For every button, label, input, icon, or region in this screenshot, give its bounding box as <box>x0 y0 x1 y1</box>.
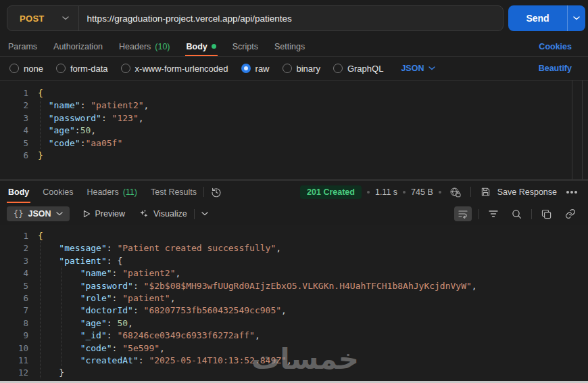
code-line: 5 "code":"aa05f" <box>8 137 588 150</box>
api-client-window: POST Send ParamsAuthorizationHeaders(10)… <box>0 0 588 383</box>
response-body-editor[interactable]: 1{2 "message": "Patient created successf… <box>0 225 588 382</box>
tab-params[interactable]: Params <box>8 37 37 56</box>
radio-icon <box>333 64 343 73</box>
divider <box>470 187 471 197</box>
wrap-text-icon[interactable] <box>454 206 472 221</box>
body-type-row: noneform-datax-www-form-urlencodedrawbin… <box>0 57 588 80</box>
radio-icon <box>283 64 292 73</box>
response-tabs: BodyCookiesHeaders(11)Test Results <box>8 181 197 203</box>
method-label: POST <box>20 14 45 24</box>
code-line: 12 } <box>8 367 588 379</box>
code-line: 4 "age":50, <box>8 125 588 137</box>
copy-icon[interactable] <box>539 207 554 221</box>
response-meta: 201 Created 1.11 s 745 B Save Response <box>300 185 579 200</box>
indent-guide <box>61 267 62 366</box>
url-bar: POST <box>7 5 504 31</box>
editor-scrollbar[interactable] <box>572 81 583 179</box>
response-time: 1.11 s <box>375 187 397 197</box>
indent-guide <box>40 99 41 149</box>
divider <box>479 209 479 219</box>
code-line: 9 "_id": "68246ce0349c6933f6272aff", <box>8 330 588 342</box>
code-line: 5 "password": "$2b$08$MH93wfUUgRd0AIjzEb… <box>8 280 588 292</box>
tab-body[interactable]: Body <box>8 181 29 203</box>
response-format-selector[interactable]: {} JSON <box>7 206 70 221</box>
format-label: JSON <box>28 209 51 219</box>
body-type-none[interactable]: none <box>9 64 43 74</box>
response-code: 1{2 "message": "Patient created successf… <box>8 230 588 380</box>
send-options-chevron-icon[interactable] <box>568 16 585 20</box>
response-size: 745 B <box>411 187 433 197</box>
url-input[interactable] <box>79 14 503 24</box>
send-button[interactable]: Send <box>508 5 585 31</box>
body-type-form-data[interactable]: form-data <box>56 64 108 74</box>
preview-button[interactable]: Preview <box>83 209 125 219</box>
request-tabs: ParamsAuthorizationHeaders(10)BodyScript… <box>8 37 305 56</box>
search-icon[interactable] <box>509 207 524 221</box>
tab-body[interactable]: Body <box>187 37 216 56</box>
radio-icon <box>9 64 19 73</box>
unsaved-dot <box>212 44 216 49</box>
chevron-down-icon <box>428 66 435 70</box>
chevron-down-icon <box>56 212 63 216</box>
body-type-graphql[interactable]: GraphQL <box>333 64 383 74</box>
radio-icon <box>241 64 251 73</box>
code-line: 8 "age": 50, <box>8 317 588 330</box>
tab-test-results[interactable]: Test Results <box>151 181 197 203</box>
code-line: 2 "message": "Patient created successful… <box>8 242 588 254</box>
save-icon[interactable] <box>478 185 493 199</box>
body-type-options: noneform-datax-www-form-urlencodedrawbin… <box>9 64 383 74</box>
save-response-button[interactable]: Save Response <box>497 187 557 197</box>
filter-icon[interactable] <box>486 208 501 220</box>
network-globe-icon[interactable] <box>447 185 464 200</box>
dot-separator <box>403 191 406 194</box>
method-selector[interactable]: POST <box>7 6 78 30</box>
radio-icon <box>56 64 66 73</box>
response-toolbar: {} JSON Preview Visualize <box>0 203 588 225</box>
body-type-raw[interactable]: raw <box>241 64 270 74</box>
body-type-binary[interactable]: binary <box>283 64 320 74</box>
response-header: BodyCookiesHeaders(11)Test Results 201 C… <box>0 180 588 203</box>
play-outline-icon <box>83 210 91 218</box>
link-icon[interactable] <box>562 206 579 221</box>
code-line: 1{ <box>8 87 588 99</box>
code-line: 2 "name": "patient2", <box>8 99 588 112</box>
divider <box>203 187 204 197</box>
language-selector[interactable]: JSON <box>401 64 435 73</box>
braces-icon: {} <box>14 209 23 219</box>
code-line: 1{ <box>8 230 588 242</box>
beautify-link[interactable]: Beautify <box>539 64 572 73</box>
more-options-icon[interactable] <box>570 191 573 194</box>
radio-icon <box>121 64 130 73</box>
code-line: 3 "password": "123", <box>8 112 588 125</box>
cookies-link[interactable]: Cookies <box>539 42 572 51</box>
code-line: 10 "code": "5e599", <box>8 342 588 355</box>
history-icon[interactable] <box>211 187 222 198</box>
status-badge: 201 Created <box>300 185 362 199</box>
tab-headers[interactable]: Headers(10) <box>119 37 170 56</box>
request-tabs-row: ParamsAuthorizationHeaders(10)BodyScript… <box>0 37 588 57</box>
dot-separator <box>367 191 370 194</box>
tab-headers[interactable]: Headers(11) <box>87 181 137 203</box>
tab-scripts[interactable]: Scripts <box>232 37 258 56</box>
tab-authorization[interactable]: Authorization <box>53 37 103 56</box>
request-url-row: POST Send <box>0 0 588 37</box>
request-code: 1{2 "name": "patient2",3 "password": "12… <box>8 87 588 162</box>
divider <box>531 209 532 219</box>
body-type-x-www-form-urlencoded[interactable]: x-www-form-urlencoded <box>121 64 228 74</box>
indent-guide <box>40 242 41 378</box>
preview-label: Preview <box>95 209 125 219</box>
code-line: 7 "doctorId": "68207753fb560432549cc905"… <box>8 305 588 317</box>
visualize-button[interactable]: Visualize <box>139 209 187 219</box>
code-line: 6 "role": "patient", <box>8 292 588 305</box>
chevron-down-icon <box>62 16 69 20</box>
tab-settings[interactable]: Settings <box>274 37 305 56</box>
request-body-editor[interactable]: 1{2 "name": "patient2",3 "password": "12… <box>0 80 588 180</box>
dot-separator <box>439 191 441 194</box>
code-line: 3 "patient": { <box>8 255 588 267</box>
visualize-label: Visualize <box>153 209 187 219</box>
sparkle-icon <box>139 209 149 219</box>
chevron-down-icon[interactable] <box>201 212 208 216</box>
code-line: 6} <box>8 150 588 162</box>
code-line: 4 "name": "patient2", <box>8 267 588 279</box>
tab-cookies[interactable]: Cookies <box>43 181 73 203</box>
